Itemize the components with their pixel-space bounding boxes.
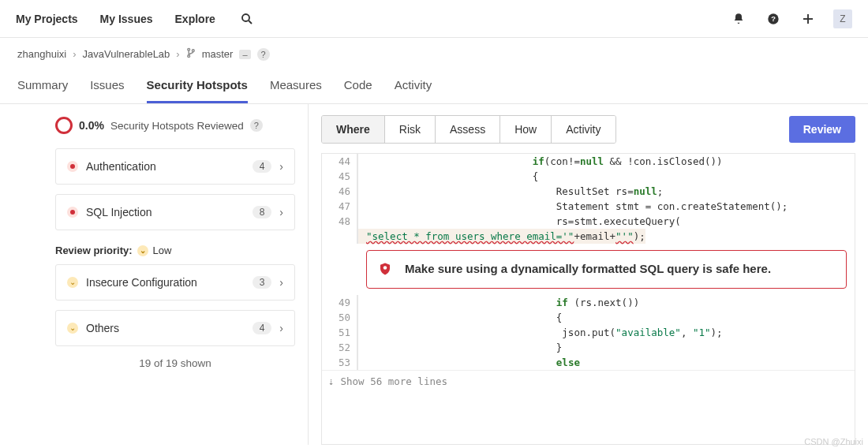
- code-line: {: [358, 310, 562, 325]
- line-number: 45: [322, 169, 357, 184]
- code-line: else: [358, 355, 580, 370]
- branch-icon: [186, 47, 196, 61]
- review-help-icon[interactable]: ?: [250, 119, 263, 132]
- line-number: 50: [322, 310, 357, 325]
- code-line: }: [358, 340, 562, 355]
- review-label: Security Hotspots Reviewed: [110, 120, 244, 132]
- severity-high-icon: [67, 207, 78, 218]
- group-count: 3: [253, 276, 272, 289]
- line-number: 51: [322, 325, 357, 340]
- show-more-lines[interactable]: ⇣ Show 56 more lines: [322, 370, 855, 392]
- breadcrumb-sep: ›: [176, 48, 179, 60]
- tab-summary[interactable]: Summary: [17, 70, 68, 103]
- breadcrumb: zhanghuixi › JavaVulnerableLab › master …: [0, 38, 868, 70]
- group-count: 4: [253, 160, 272, 173]
- shield-warning-icon: [378, 262, 392, 276]
- code-viewer[interactable]: 44 if(con!=null && !con.isClosed())45 {4…: [321, 153, 855, 445]
- hotspot-group-insecure-config[interactable]: Insecure Configuration 3 ›: [55, 264, 295, 301]
- line-number: 46: [322, 184, 357, 199]
- detail-subtabs: Where Risk Assess How Activity: [321, 115, 616, 144]
- line-number: 49: [322, 295, 357, 310]
- search-icon[interactable]: [238, 9, 256, 28]
- bell-icon[interactable]: [729, 9, 748, 28]
- group-label: Others: [86, 322, 245, 334]
- line-number: 44: [322, 154, 357, 169]
- group-label: Authentication: [86, 160, 245, 173]
- code-line: rs=stmt.executeQuery(: [358, 214, 681, 229]
- avatar[interactable]: Z: [833, 9, 852, 28]
- tab-issues[interactable]: Issues: [90, 70, 124, 103]
- chevron-right-icon: ›: [279, 322, 283, 334]
- code-line: {: [358, 169, 538, 184]
- breadcrumb-owner[interactable]: zhanghuixi: [17, 48, 66, 60]
- project-tabs: Summary Issues Security Hotspots Measure…: [0, 70, 868, 104]
- group-count: 4: [253, 322, 272, 334]
- review-percent: 0.0%: [79, 119, 104, 132]
- group-label: SQL Injection: [86, 206, 245, 218]
- severity-high-icon: [67, 161, 78, 172]
- watermark: CSDN @Zhuixi: [804, 437, 863, 446]
- code-line: ResultSet rs=null;: [358, 184, 663, 199]
- subtab-how[interactable]: How: [500, 116, 552, 143]
- priority-section-label: Review priority: Low: [55, 245, 295, 256]
- svg-text:?: ?: [771, 15, 776, 23]
- issue-message-box[interactable]: Make sure using a dynamically formatted …: [366, 250, 847, 289]
- severity-low-icon: [137, 245, 148, 256]
- severity-low-icon: [67, 323, 78, 334]
- tab-code[interactable]: Code: [344, 70, 372, 103]
- tab-activity[interactable]: Activity: [395, 70, 432, 103]
- issue-text: Make sure using a dynamically formatted …: [405, 262, 771, 275]
- svg-point-6: [187, 48, 189, 50]
- review-circle-icon: [55, 117, 73, 134]
- breadcrumb-branch[interactable]: master: [202, 48, 234, 60]
- severity-low-icon: [67, 277, 78, 288]
- hotspot-group-authentication[interactable]: Authentication 4 ›: [55, 148, 295, 185]
- breadcrumb-help-icon[interactable]: ?: [257, 48, 270, 61]
- group-count: 8: [253, 206, 272, 218]
- hotspot-detail: Where Risk Assess How Activity Review 44…: [309, 104, 868, 445]
- nav-explore[interactable]: Explore: [175, 13, 215, 25]
- tab-measures[interactable]: Measures: [270, 70, 322, 103]
- review-status: 0.0% Security Hotspots Reviewed ?: [55, 117, 295, 134]
- line-number: 47: [322, 199, 357, 214]
- chevron-right-icon: ›: [279, 276, 283, 289]
- breadcrumb-sep: ›: [73, 48, 76, 60]
- subtab-activity[interactable]: Activity: [552, 116, 615, 143]
- chevron-right-icon: ›: [279, 206, 283, 218]
- line-number: 48: [322, 214, 357, 229]
- nav-my-projects[interactable]: My Projects: [16, 13, 78, 25]
- svg-point-9: [383, 266, 387, 270]
- svg-point-0: [242, 14, 249, 21]
- help-icon[interactable]: ?: [764, 9, 783, 28]
- breadcrumb-badge: –: [239, 50, 250, 59]
- code-line: Statement stmt = con.createStatement();: [358, 199, 788, 214]
- review-button[interactable]: Review: [789, 116, 855, 143]
- hotspot-group-others[interactable]: Others 4 ›: [55, 310, 295, 346]
- line-number: 52: [322, 340, 357, 355]
- hotspot-sidebar: 0.0% Security Hotspots Reviewed ? Authen…: [0, 104, 308, 445]
- main-content: 0.0% Security Hotspots Reviewed ? Authen…: [0, 104, 868, 445]
- expand-icon: ⇣: [328, 375, 335, 387]
- svg-point-8: [192, 50, 194, 52]
- shown-count: 19 of 19 shown: [55, 357, 295, 369]
- chevron-right-icon: ›: [279, 160, 283, 173]
- subtab-risk[interactable]: Risk: [385, 116, 436, 143]
- code-line: if(con!=null && !con.isClosed()): [358, 154, 723, 169]
- tab-security-hotspots[interactable]: Security Hotspots: [147, 70, 248, 103]
- svg-line-1: [249, 21, 252, 24]
- topbar: My Projects My Issues Explore ? Z: [0, 0, 868, 38]
- breadcrumb-repo[interactable]: JavaVulnerableLab: [83, 48, 170, 60]
- plus-icon[interactable]: [799, 9, 817, 28]
- nav-my-issues[interactable]: My Issues: [100, 13, 153, 25]
- hotspot-group-sql-injection[interactable]: SQL Injection 8 ›: [55, 194, 295, 230]
- subtab-assess[interactable]: Assess: [436, 116, 500, 143]
- line-number: 53: [322, 355, 357, 370]
- code-line: json.put("available", "1");: [358, 325, 723, 340]
- code-line: if (rs.next()): [358, 295, 639, 310]
- subtab-where[interactable]: Where: [322, 116, 385, 143]
- svg-point-7: [187, 55, 189, 58]
- group-label: Insecure Configuration: [86, 276, 245, 289]
